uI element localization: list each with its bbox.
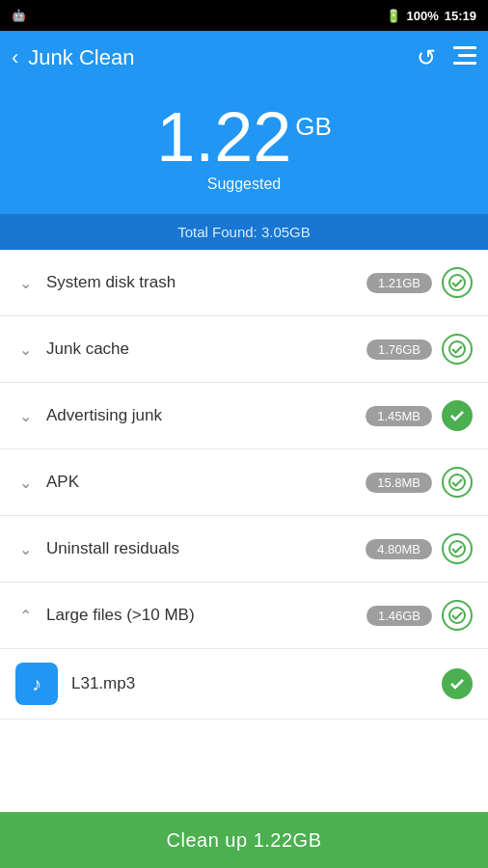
junk-list: ⌄ System disk trash 1.21GB ⌄ Junk cache …: [0, 250, 488, 830]
list-item-left: ⌄ Advertising junk: [15, 406, 162, 425]
size-badge: 15.8MB: [366, 473, 432, 493]
item-label: Large files (>10 MB): [46, 606, 195, 625]
subitem-label: L31.mp3: [71, 674, 432, 693]
hero-label: Suggested: [0, 176, 488, 193]
refresh-button[interactable]: ↺: [417, 44, 436, 71]
list-item-right: 1.21GB: [366, 267, 473, 298]
check-button[interactable]: [442, 668, 473, 699]
list-item: ⌄ Junk cache 1.76GB: [0, 316, 488, 383]
header-left: ‹ Junk Clean: [12, 45, 134, 70]
list-item-left: ⌄ Junk cache: [15, 339, 129, 359]
chevron-down-icon[interactable]: ⌄: [15, 340, 35, 359]
item-label: Junk cache: [46, 339, 129, 359]
size-badge: 1.21GB: [366, 273, 432, 293]
svg-rect-2: [453, 62, 476, 65]
check-button[interactable]: [442, 334, 473, 365]
hero-size-unit: GB: [295, 114, 332, 139]
list-item: ⌄ Advertising junk 1.45MB: [0, 383, 488, 449]
android-icon: 🤖: [12, 9, 26, 22]
item-label: APK: [46, 473, 79, 492]
svg-rect-0: [453, 46, 476, 49]
list-item-right: 1.46GB: [366, 600, 473, 631]
svg-point-3: [449, 275, 465, 290]
check-button[interactable]: [442, 400, 473, 431]
subitem-right: [432, 668, 473, 699]
sub-list-item: ♪ L31.mp3: [0, 649, 488, 719]
check-button[interactable]: [442, 267, 473, 298]
item-label: Uninstall residuals: [46, 539, 179, 558]
svg-point-6: [449, 541, 465, 556]
cleanup-button[interactable]: Clean up 1.22GB: [0, 812, 488, 868]
page-title: Junk Clean: [28, 45, 134, 70]
hero-size-value: 1.22: [156, 102, 291, 172]
total-found-text: Total Found: 3.05GB: [177, 224, 311, 240]
item-label: Advertising junk: [46, 406, 162, 425]
list-item-right: 4.80MB: [366, 533, 473, 564]
battery-percent: 100%: [407, 9, 439, 23]
check-button[interactable]: [442, 467, 473, 498]
chevron-down-icon[interactable]: ⌄: [15, 407, 35, 425]
status-bar-right: 🔋 100% 15:19: [386, 9, 477, 23]
chevron-down-icon[interactable]: ⌄: [15, 540, 35, 558]
size-badge: 1.76GB: [366, 339, 432, 360]
list-item-left: ⌄ APK: [15, 473, 79, 492]
svg-point-4: [449, 341, 465, 357]
check-button[interactable]: [442, 600, 473, 631]
chevron-up-icon[interactable]: ⌃: [15, 607, 35, 625]
size-badge: 1.45MB: [366, 406, 432, 426]
list-item-right: 1.76GB: [366, 334, 473, 365]
status-bar: 🤖 🔋 100% 15:19: [0, 0, 488, 31]
hero-section: 1.22 GB Suggested: [0, 85, 488, 214]
list-item: ⌄ APK 15.8MB: [0, 449, 488, 516]
svg-rect-1: [458, 54, 476, 57]
list-item-left: ⌄ Uninstall residuals: [15, 539, 179, 558]
list-item-left: ⌃ Large files (>10 MB): [15, 606, 195, 625]
svg-point-5: [449, 475, 465, 490]
file-icon: ♪: [15, 663, 58, 705]
menu-button[interactable]: [453, 46, 476, 70]
chevron-down-icon[interactable]: ⌄: [15, 474, 35, 492]
list-item: ⌄ System disk trash 1.21GB: [0, 250, 488, 316]
list-item: ⌃ Large files (>10 MB) 1.46GB: [0, 583, 488, 649]
svg-point-7: [449, 608, 465, 623]
time-display: 15:19: [445, 9, 476, 23]
size-badge: 1.46GB: [366, 606, 432, 626]
battery-icon: 🔋: [386, 9, 401, 23]
app-header: ‹ Junk Clean ↺: [0, 31, 488, 85]
list-item-right: 1.45MB: [366, 400, 473, 431]
check-button[interactable]: [442, 533, 473, 564]
header-right: ↺: [417, 44, 476, 71]
status-bar-left: 🤖: [12, 9, 26, 22]
item-label: System disk trash: [46, 273, 176, 292]
hero-size-display: 1.22 GB: [156, 102, 332, 172]
chevron-down-icon[interactable]: ⌄: [15, 274, 35, 292]
back-button[interactable]: ‹: [12, 45, 18, 70]
list-item-left: ⌄ System disk trash: [15, 273, 176, 292]
music-icon: ♪: [32, 673, 41, 695]
total-found-bar: Total Found: 3.05GB: [0, 214, 488, 250]
list-item-right: 15.8MB: [366, 467, 473, 498]
size-badge: 4.80MB: [366, 539, 432, 559]
list-item: ⌄ Uninstall residuals 4.80MB: [0, 516, 488, 583]
